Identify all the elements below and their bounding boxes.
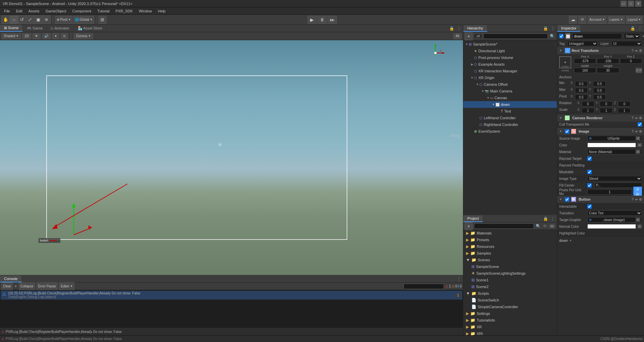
collapse-button[interactable]: Collapse bbox=[19, 282, 35, 290]
hierarchy-item-12[interactable]: ⚙ EventSystem bbox=[463, 128, 557, 135]
static-dropdown[interactable]: Static bbox=[624, 33, 640, 39]
project-folder-15[interactable]: ▶ 📁 XRI bbox=[463, 330, 557, 335]
layout-button[interactable]: Layout ▼ bbox=[626, 16, 643, 24]
project-folder-7[interactable]: ⊞ Scene1 bbox=[463, 277, 557, 283]
tag-dropdown[interactable]: Untagged bbox=[567, 41, 598, 46]
hierarchy-search-button[interactable]: 🔍 bbox=[549, 33, 555, 39]
hierarchy-scene-root[interactable]: ▼ ⊞ SampleScene* ⋮ bbox=[463, 41, 557, 48]
tab-hierarchy[interactable]: Hierarchy bbox=[463, 25, 487, 32]
image-color-swatch[interactable] bbox=[587, 143, 636, 147]
scale-z-field[interactable] bbox=[618, 108, 631, 113]
console-search-input[interactable] bbox=[404, 284, 444, 289]
menu-file[interactable]: File bbox=[1, 8, 13, 14]
account-button[interactable]: Account ▼ bbox=[588, 16, 606, 24]
editor-button[interactable]: Editor ▼ bbox=[59, 282, 74, 290]
hierarchy-item-9[interactable]: T Text bbox=[463, 108, 557, 115]
layer-dropdown[interactable]: UI bbox=[611, 41, 642, 46]
object-active-checkbox[interactable] bbox=[559, 34, 564, 39]
rot-z-field[interactable] bbox=[618, 101, 631, 107]
hierarchy-item-1[interactable]: ⬡ Post-process Volume bbox=[463, 54, 557, 61]
source-image-field[interactable]: ⊞ UISprite ⊙ bbox=[587, 136, 642, 141]
rot-x-field[interactable] bbox=[582, 101, 594, 107]
rect-gear-icon[interactable]: ? bbox=[632, 49, 634, 53]
pivot-button[interactable]: ⊕ Pivot ▼ bbox=[55, 16, 72, 24]
tab-project[interactable]: Project bbox=[463, 215, 483, 222]
project-folder-13[interactable]: ▶ 📁 TutorialInfo bbox=[463, 317, 557, 324]
rot-y-field[interactable] bbox=[600, 101, 612, 107]
rect-anchor-widget[interactable]: center bbox=[559, 56, 571, 68]
2d-button[interactable]: 2D bbox=[22, 33, 31, 39]
canvas-renderer-header[interactable]: ▼ 👁 Canvas Renderer ? ⇔ ⚙ bbox=[557, 114, 644, 122]
inspector-more-button[interactable]: ⋮ bbox=[637, 25, 643, 31]
project-folder-10[interactable]: 📄 SceneSwitch bbox=[463, 297, 557, 303]
project-folder-0[interactable]: ▶ 📁 Materials bbox=[463, 230, 557, 236]
scene-viewport[interactable]: button Y X bbox=[0, 40, 463, 275]
button-gear-icon[interactable]: ? bbox=[632, 198, 634, 201]
transform-tool-button[interactable]: ≋ bbox=[42, 16, 50, 24]
shading-dropdown[interactable]: Shaded ▼ bbox=[1, 33, 21, 39]
layers-button[interactable]: Layers ▼ bbox=[608, 16, 625, 24]
anchor-min-x[interactable] bbox=[575, 81, 588, 86]
material-field[interactable]: None (Material) ⊙ bbox=[587, 149, 642, 154]
cloud-button[interactable]: ☁ bbox=[569, 16, 577, 24]
hierarchy-item-10[interactable]: ⬡ LeftHand Controller bbox=[463, 115, 557, 121]
anchor-max-x[interactable] bbox=[575, 88, 588, 93]
hierarchy-item-11[interactable]: ⬡ RightHand Controller bbox=[463, 121, 557, 128]
button-section-header[interactable]: ▼ ⬜ Button ? ⇔ ⚙ bbox=[557, 196, 644, 203]
hierarchy-item-8[interactable]: ▼ ⬜ down bbox=[463, 101, 557, 108]
canvas-link-icon[interactable]: ⇔ bbox=[635, 116, 638, 120]
project-folder-14[interactable]: ▶ 📁 XR bbox=[463, 324, 557, 330]
project-add-button[interactable]: + bbox=[465, 222, 473, 230]
pivot-x-field[interactable] bbox=[575, 94, 588, 100]
rect-link-icon[interactable]: ⇔ bbox=[635, 49, 638, 53]
hierarchy-item-2[interactable]: ▶ ⬡ Example Assets bbox=[463, 61, 557, 68]
project-search-btn[interactable]: 🔍 bbox=[535, 223, 541, 229]
scene-sun-button[interactable]: ⊙ bbox=[61, 33, 68, 39]
menu-pxr-sdk[interactable]: PXR_SDK bbox=[113, 8, 135, 14]
console-entry-0[interactable]: ⚠ [16:25:42] PXRLog [Build Check]Registe… bbox=[1, 291, 462, 300]
project-folder-11[interactable]: 📄 SimpleCameraController bbox=[463, 303, 557, 310]
pos-x-field[interactable] bbox=[574, 58, 596, 64]
rect-transform-header[interactable]: ▼ ⬡ Rect Transform ? ⇔ ⚙ bbox=[557, 47, 644, 54]
image-color-picker-btn[interactable]: ⊙ bbox=[637, 143, 642, 147]
anchor-max-y[interactable] bbox=[593, 88, 606, 93]
menu-edit[interactable]: Edit bbox=[13, 8, 25, 14]
scale-tool-button[interactable]: ⤢ bbox=[26, 16, 34, 24]
menu-window[interactable]: Window bbox=[136, 8, 155, 14]
height-field[interactable] bbox=[597, 68, 619, 73]
image-settings-icon[interactable]: ⚙ bbox=[639, 130, 642, 133]
source-image-select-btn[interactable]: ⊙ bbox=[636, 136, 640, 140]
global-button[interactable]: 🌐 Global ▼ bbox=[73, 16, 94, 24]
project-folder-2[interactable]: ▶ 📁 Resources bbox=[463, 243, 557, 250]
project-search-input[interactable] bbox=[474, 223, 534, 229]
scale-x-field[interactable] bbox=[582, 108, 594, 113]
project-sync-btn[interactable]: ⟳ bbox=[543, 223, 547, 229]
project-folder-5[interactable]: ⊞ SampleScene bbox=[463, 263, 557, 270]
image-link-icon[interactable]: ⇔ bbox=[635, 130, 638, 133]
project-folder-8[interactable]: ⊞ Scene2 bbox=[463, 283, 557, 290]
hierarchy-item-4[interactable]: ▼ ⬡ XR Origin bbox=[463, 74, 557, 81]
canvas-gear-icon[interactable]: ? bbox=[632, 116, 634, 120]
pixels-field[interactable] bbox=[587, 189, 632, 195]
all-button[interactable]: All bbox=[453, 33, 462, 39]
image-type-dropdown[interactable]: Sliced bbox=[587, 176, 642, 181]
clear-button[interactable]: Clear bbox=[1, 282, 13, 290]
rect-settings-icon[interactable]: ⚙ bbox=[639, 49, 642, 53]
menu-component[interactable]: Component bbox=[69, 8, 94, 14]
project-folder-3[interactable]: ▶ 📁 Samples bbox=[463, 250, 557, 257]
play-button[interactable]: ▶ bbox=[307, 16, 317, 24]
normal-color-picker-btn[interactable]: ⊙ bbox=[637, 224, 642, 228]
material-select-btn[interactable]: ⊙ bbox=[636, 150, 640, 154]
menu-assets[interactable]: Assets bbox=[26, 8, 42, 14]
hierarchy-add-button[interactable]: + bbox=[465, 32, 473, 40]
anchor-min-y[interactable] bbox=[593, 81, 606, 86]
minimize-button[interactable]: — bbox=[621, 1, 627, 7]
interactable-checkbox[interactable] bbox=[587, 204, 592, 209]
hierarchy-item-7[interactable]: ▼ ▭ Canvas bbox=[463, 94, 557, 101]
maximize-button[interactable]: □ bbox=[628, 1, 634, 7]
maskable-checkbox[interactable] bbox=[587, 170, 592, 174]
scale-y-field[interactable] bbox=[600, 108, 612, 113]
rect-resize-button[interactable]: ⊡ bbox=[636, 68, 639, 73]
tab-asset-store[interactable]: 🏪 Asset Store bbox=[74, 25, 107, 31]
hand-tool-button[interactable]: ✋ bbox=[2, 16, 10, 24]
